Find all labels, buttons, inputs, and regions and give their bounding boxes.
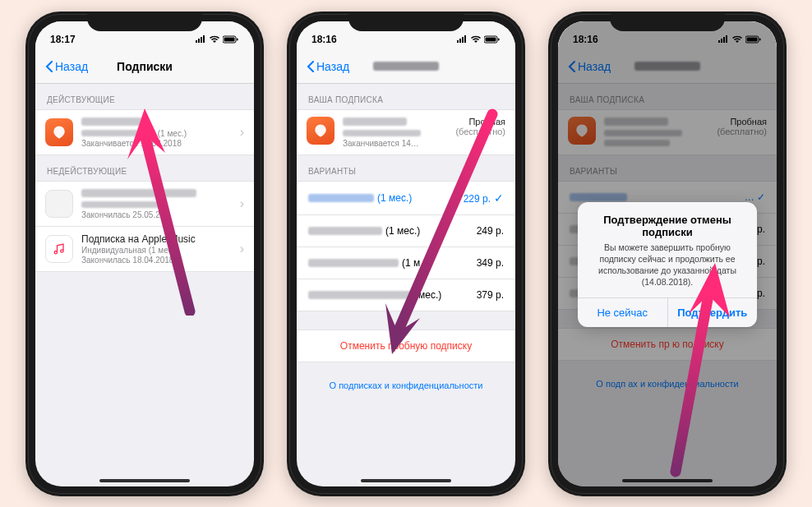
cancel-trial-button[interactable]: Отменить пробную подписку	[297, 330, 515, 362]
alert-confirm-button[interactable]: Подтвердить	[667, 298, 758, 327]
confirm-alert: Подтверждение отмены подписки Вы можете …	[578, 202, 757, 328]
nav-title-blurred	[373, 60, 439, 73]
section-your-sub: ВАША ПОДПИСКА	[297, 84, 515, 109]
section-inactive-header: НЕДЕЙСТВУЮЩИЕ	[35, 155, 254, 181]
active-subscription-row[interactable]: (1 мес.) Заканчивается 14.08.2018 ›	[35, 109, 254, 155]
variants-list: (1 мес.) 229 р.✓ (1 мес.) 249 р. (1 м… 3…	[297, 181, 515, 311]
phone-mockup-3: 18:16 Назад ВАША ПОДПИСКА	[548, 12, 787, 496]
sub-line2: (1 мес.)	[81, 129, 232, 138]
screen-1: 18:17 Назад Подписки ДЕЙСТВУЮЩИЕ (1 мес.…	[35, 21, 254, 486]
sub-name	[81, 117, 232, 128]
variant-row[interactable]: (1 м… 349 р.	[297, 247, 515, 279]
apple-music-icon	[45, 235, 73, 263]
app-icon-blank	[45, 190, 73, 218]
nav-title: Подписки	[117, 60, 173, 73]
inactive2-plan: Индивидуальная (1 мес…	[81, 246, 232, 255]
inactive1-name	[81, 188, 232, 200]
alert-title: Подтверждение отмены подписки	[578, 202, 757, 242]
status-icons	[195, 35, 239, 44]
variant-row[interactable]: (1 мес.) 249 р.	[297, 215, 515, 247]
home-indicator	[361, 479, 451, 482]
screen-3: 18:16 Назад ВАША ПОДПИСКА	[558, 21, 777, 486]
alert-message: Вы можете завершить пробную подписку сей…	[578, 242, 757, 298]
status-time: 18:17	[50, 34, 76, 45]
chevron-right-icon: ›	[240, 125, 244, 140]
current-subscription-row[interactable]: Заканчивается 14… Пробная (бесплатно)	[297, 109, 515, 155]
phone-mockup-1: 18:17 Назад Подписки ДЕЙСТВУЮЩИЕ (1 мес.…	[25, 12, 264, 496]
svg-rect-5	[498, 38, 500, 40]
alert-buttons: Не сейчас Подтвердить	[578, 297, 757, 327]
inactive2-expired: Закончилась 18.04.2018	[81, 256, 232, 265]
phone-mockup-2: 18:16 Назад ВАША ПОДПИСКА Заканчивается	[287, 12, 525, 496]
nav-bar: Назад Подписки	[35, 51, 254, 84]
alert-cancel-button[interactable]: Не сейчас	[578, 298, 667, 327]
notch	[87, 12, 202, 31]
back-button[interactable]: Назад	[45, 60, 88, 73]
sub-expiry: Заканчивается 14.08.2018	[81, 139, 232, 148]
nav-bar: Назад	[297, 51, 515, 84]
inactive1-expired: Закончилась 25.05.2…	[81, 210, 232, 219]
screen-2: 18:16 Назад ВАША ПОДПИСКА Заканчивается	[297, 21, 515, 486]
status-icons	[456, 35, 501, 44]
svg-rect-4	[486, 37, 496, 41]
chevron-right-icon: ›	[240, 196, 244, 211]
svg-rect-2	[237, 38, 238, 40]
variant-row[interactable]: (1 мес.) 229 р.✓	[297, 181, 515, 215]
back-button[interactable]: Назад	[307, 60, 349, 73]
privacy-link[interactable]: О подписках и конфиденциальности	[297, 362, 515, 408]
app-icon	[307, 117, 334, 145]
back-label: Назад	[55, 60, 88, 73]
notch	[348, 12, 464, 31]
inactive2-name: Подписка на Apple Music	[81, 233, 232, 245]
inactive-row-2[interactable]: Подписка на Apple Music Индивидуальная (…	[35, 227, 254, 272]
check-icon: ✓	[494, 191, 504, 205]
home-indicator	[99, 479, 190, 482]
section-active-header: ДЕЙСТВУЮЩИЕ	[35, 84, 254, 109]
back-label: Назад	[316, 60, 349, 73]
app-icon	[45, 118, 73, 146]
svg-rect-1	[224, 37, 235, 41]
trial-badge: Пробная (бесплатно)	[455, 117, 505, 136]
section-variants: ВАРИАНТЫ	[297, 155, 515, 181]
notch	[610, 12, 725, 31]
chevron-right-icon: ›	[240, 242, 244, 256]
variant-row[interactable]: мес.) 379 р.	[297, 279, 515, 311]
status-time: 18:16	[311, 34, 337, 45]
inactive-row-1[interactable]: Закончилась 25.05.2… ›	[35, 181, 254, 227]
sub-expiry: Заканчивается 14…	[343, 139, 447, 148]
cell-body: (1 мес.) Заканчивается 14.08.2018	[81, 117, 232, 148]
